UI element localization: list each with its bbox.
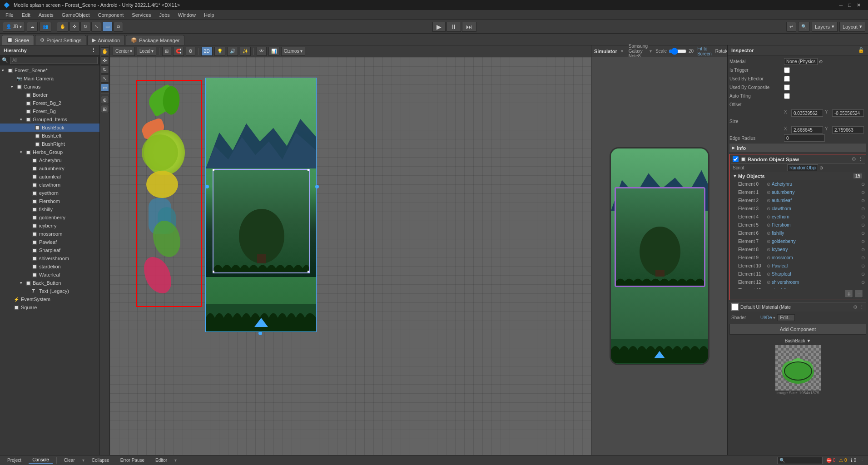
grid-tool[interactable]: ⊞ bbox=[101, 105, 109, 113]
stats-button[interactable]: 📊 bbox=[268, 47, 279, 56]
move-scene-tool[interactable]: ✜ bbox=[101, 56, 109, 64]
tree-item-forest-bg-2[interactable]: ▾ 🔲 Forest_Bg_2 bbox=[0, 99, 99, 107]
tab-animation[interactable]: ▶ Animation bbox=[87, 35, 125, 45]
tree-item-fishilly[interactable]: ▾🔲fishilly bbox=[0, 205, 99, 213]
menu-component[interactable]: Component bbox=[94, 11, 127, 19]
device-dropdown[interactable]: ▾ bbox=[650, 49, 652, 54]
collab-button[interactable]: 👥 bbox=[40, 22, 51, 32]
hide-button[interactable]: 👁 bbox=[257, 47, 267, 56]
menu-assets[interactable]: Assets bbox=[35, 11, 57, 19]
rotate-label[interactable]: Rotate bbox=[715, 49, 729, 54]
tree-item-sharpleaf[interactable]: ▾🔲Sharpleaf bbox=[0, 246, 99, 254]
tree-item-eyethorn[interactable]: ▾🔲eyethorn bbox=[0, 189, 99, 197]
rotate-scene-tool[interactable]: ↻ bbox=[101, 65, 109, 74]
editor-dropdown[interactable]: ▾ bbox=[174, 458, 177, 463]
material-dot[interactable]: ⊙ bbox=[819, 59, 823, 64]
tree-item-clawthorn[interactable]: ▾🔲clawthorn bbox=[0, 181, 99, 189]
offset-x-field[interactable] bbox=[791, 109, 823, 117]
menu-file[interactable]: File bbox=[2, 11, 17, 19]
add-component-button[interactable]: Add Component bbox=[729, 324, 866, 335]
move-tool[interactable]: ✜ bbox=[69, 22, 79, 32]
tree-item-forest-scene[interactable]: ▾ 🔲 Forest_Scene* bbox=[0, 66, 99, 74]
tree-item-achetyhru[interactable]: ▾🔲Achetyhru bbox=[0, 156, 99, 164]
size-x-field[interactable] bbox=[791, 126, 823, 134]
element-settings-9[interactable]: ⊙ bbox=[861, 255, 865, 260]
inspector-lock-icon[interactable]: 🔓 bbox=[858, 47, 864, 53]
element-settings-5[interactable]: ⊙ bbox=[861, 223, 865, 228]
tree-item-shivershroom[interactable]: ▾🔲shivershroom bbox=[0, 254, 99, 262]
tab-scene[interactable]: 🔲 Scene bbox=[2, 35, 34, 45]
element-settings-8[interactable]: ⊙ bbox=[861, 247, 865, 252]
close-button[interactable]: ✕ bbox=[857, 2, 861, 8]
tree-item-main-camera[interactable]: ▾ 📷 Main Camera bbox=[0, 74, 99, 83]
title-bar-controls[interactable]: ─ □ ✕ bbox=[839, 2, 861, 8]
menu-edit[interactable]: Edit bbox=[18, 11, 34, 19]
material-settings-icon[interactable]: ⚙ bbox=[853, 304, 858, 310]
menu-help[interactable]: Help bbox=[200, 11, 218, 19]
element-settings-11[interactable]: ⊙ bbox=[861, 272, 865, 277]
error-pause-button[interactable]: Error Pause bbox=[117, 457, 148, 464]
hierarchy-menu-button[interactable]: ⋮ bbox=[91, 47, 96, 53]
element-settings-2[interactable]: ⊙ bbox=[861, 198, 865, 203]
play-button[interactable]: ▶ bbox=[432, 22, 446, 32]
tree-item-herbs-group[interactable]: ▾ 🔲 Herbs_Group bbox=[0, 148, 99, 156]
tree-item-eventsystem[interactable]: ▾ ⚡ EventSystem bbox=[0, 295, 99, 303]
search-button[interactable]: 🔍 bbox=[798, 22, 810, 32]
tree-item-autumleaf[interactable]: ▾🔲autumleaf bbox=[0, 173, 99, 181]
component-enabled-checkbox[interactable] bbox=[733, 156, 739, 162]
used-by-composite-checkbox[interactable] bbox=[784, 84, 790, 90]
pause-button[interactable]: ⏸ bbox=[446, 22, 461, 32]
tree-item-text-legacy[interactable]: ▾TText (Legacy) bbox=[0, 287, 99, 295]
tree-item-bushback[interactable]: ▾ 🔲 BushBack bbox=[0, 124, 99, 132]
tab-package-manager[interactable]: 📦 Package Manager bbox=[126, 35, 184, 45]
center-dropdown[interactable]: Center ▾ bbox=[113, 47, 135, 56]
console-menu[interactable]: ⋮ bbox=[860, 458, 864, 463]
scale-slider[interactable] bbox=[669, 49, 687, 54]
remove-element-button[interactable]: − bbox=[855, 290, 863, 298]
rect-scene-tool[interactable]: ▭ bbox=[101, 84, 109, 92]
maximize-button[interactable]: □ bbox=[848, 2, 851, 8]
element-settings-10[interactable]: ⊙ bbox=[861, 263, 865, 268]
transform-tool[interactable]: ⧉ bbox=[114, 22, 123, 32]
tree-item-grouped-items[interactable]: ▾ 🔲 Grouped_Items bbox=[0, 115, 99, 124]
menu-services[interactable]: Services bbox=[128, 11, 154, 19]
element-settings-12[interactable]: ⊙ bbox=[861, 280, 865, 285]
account-button[interactable]: 👤 JB ▾ bbox=[3, 22, 25, 32]
fit-to-screen-btn[interactable]: Fit to Screen bbox=[697, 46, 712, 56]
hierarchy-search-bar[interactable]: 🔍 bbox=[0, 55, 99, 65]
menu-jobs[interactable]: Jobs bbox=[156, 11, 174, 19]
edit-shader-button[interactable]: Edit... bbox=[777, 314, 795, 321]
lighting-button[interactable]: 💡 bbox=[214, 47, 225, 56]
tree-item-bushleft[interactable]: ▾ 🔲 BushLeft bbox=[0, 132, 99, 140]
clear-dropdown[interactable]: ▾ bbox=[82, 458, 84, 463]
material-value[interactable]: None (Physics bbox=[784, 58, 818, 65]
clear-button[interactable]: Clear bbox=[60, 457, 79, 464]
hand-tool[interactable]: ✋ bbox=[57, 22, 69, 32]
scene-viewport[interactable] bbox=[110, 57, 591, 455]
material-menu-icon[interactable]: ⋮ bbox=[859, 304, 864, 310]
gizmo-button[interactable]: ⚙ bbox=[186, 47, 195, 56]
is-trigger-checkbox[interactable] bbox=[784, 67, 790, 73]
snap-button[interactable]: 🧲 bbox=[173, 47, 184, 56]
add-element-button[interactable]: + bbox=[845, 290, 853, 298]
component-settings-icon[interactable]: ⚙ bbox=[852, 156, 856, 162]
scale-scene-tool[interactable]: ⤡ bbox=[101, 74, 109, 83]
element-settings-6[interactable]: ⊙ bbox=[861, 231, 865, 236]
tree-item-back-button[interactable]: ▾ 🔲 Back_Button bbox=[0, 279, 99, 287]
script-dot[interactable]: ⊙ bbox=[819, 165, 823, 170]
component-menu-icon[interactable]: ⋮ bbox=[858, 156, 863, 162]
gizmos-dropdown[interactable]: Gizmos ▾ bbox=[281, 47, 306, 56]
minimize-button[interactable]: ─ bbox=[839, 2, 843, 8]
hierarchy-search-input[interactable] bbox=[10, 57, 98, 64]
pivot-tool[interactable]: ⊕ bbox=[101, 96, 109, 104]
hand-scene-tool[interactable]: ✋ bbox=[101, 47, 109, 55]
tab-project-settings[interactable]: ⚙ Project Settings bbox=[35, 35, 86, 45]
menu-gameobject[interactable]: GameObject bbox=[58, 11, 94, 19]
tree-item-waterleaf[interactable]: ▾🔲Waterleaf bbox=[0, 271, 99, 279]
tree-item-square[interactable]: ▾ 🔲 Square bbox=[0, 303, 99, 312]
audio-button[interactable]: 🔊 bbox=[227, 47, 238, 56]
console-search-input[interactable] bbox=[777, 457, 823, 464]
tab-console[interactable]: Console bbox=[29, 456, 53, 464]
grid-button[interactable]: ⊞ bbox=[162, 47, 171, 56]
offset-y-field[interactable] bbox=[832, 109, 864, 117]
